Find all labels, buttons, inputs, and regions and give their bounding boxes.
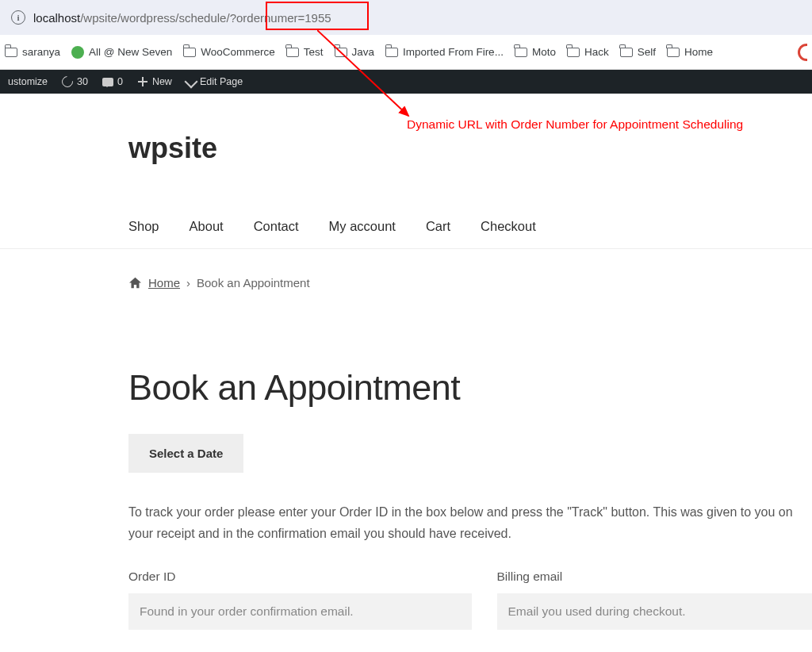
page-body: wpsite Shop About Contact My account Car…: [0, 94, 812, 652]
folder-icon: [620, 48, 633, 57]
admin-updates-link[interactable]: 30: [62, 76, 88, 87]
order-track-form: Order ID Billing email: [128, 570, 812, 630]
bookmark-item[interactable]: Imported From Fire...: [385, 46, 504, 58]
bookmark-item[interactable]: Self: [620, 46, 656, 58]
nav-shop[interactable]: Shop: [128, 205, 159, 248]
folder-icon: [515, 48, 527, 57]
folder-icon: [667, 48, 680, 57]
browser-url-bar[interactable]: i localhost/wpsite/wordpress/schedule/?o…: [0, 0, 812, 35]
folder-icon: [335, 48, 347, 57]
folder-icon: [183, 48, 196, 57]
folder-icon: [5, 48, 17, 57]
bookmark-item[interactable]: All @ New Seven: [71, 46, 172, 59]
bookmark-item[interactable]: Moto: [515, 46, 556, 58]
overflow-icon[interactable]: [798, 44, 807, 61]
bookmark-item[interactable]: saranya: [5, 46, 60, 58]
folder-icon: [286, 48, 299, 57]
pencil-icon: [184, 75, 197, 89]
admin-comments-link[interactable]: 0: [102, 76, 123, 87]
folder-icon: [567, 48, 580, 57]
nav-checkout[interactable]: Checkout: [481, 205, 536, 248]
admin-edit-page-link[interactable]: Edit Page: [186, 76, 243, 87]
page-title: Book an Appointment: [128, 367, 812, 408]
breadcrumb-home-link[interactable]: Home: [148, 276, 180, 290]
site-title[interactable]: wpsite: [128, 132, 812, 165]
select-date-button[interactable]: Select a Date: [128, 434, 243, 473]
url-text[interactable]: localhost/wpsite/wordpress/schedule/?ord…: [33, 11, 331, 25]
bookmark-item[interactable]: Home: [667, 46, 713, 58]
order-id-input[interactable]: [128, 593, 472, 630]
billing-email-label: Billing email: [497, 570, 812, 584]
bookmark-item[interactable]: Hack: [567, 46, 609, 58]
bookmark-item[interactable]: Test: [286, 46, 324, 58]
comment-icon: [102, 78, 113, 86]
billing-email-input[interactable]: [497, 593, 812, 630]
site-info-icon[interactable]: i: [11, 10, 25, 25]
bookmarks-bar: saranya All @ New Seven WooCommerce Test…: [0, 35, 812, 70]
bookmark-item[interactable]: WooCommerce: [183, 46, 275, 58]
breadcrumb-current: Book an Appointment: [197, 276, 310, 290]
nav-my-account[interactable]: My account: [329, 205, 396, 248]
track-intro-text: To track your order please enter your Or…: [128, 501, 802, 544]
nav-about[interactable]: About: [190, 205, 224, 248]
home-icon: [128, 277, 142, 289]
plus-icon: [137, 76, 148, 87]
nav-cart[interactable]: Cart: [426, 205, 450, 248]
wp-admin-bar: ustomize 30 0 New Edit Page: [0, 70, 812, 94]
site-favicon-icon: [71, 46, 84, 59]
admin-new-link[interactable]: New: [137, 76, 172, 87]
order-id-label: Order ID: [128, 570, 472, 584]
nav-contact[interactable]: Contact: [254, 205, 299, 248]
breadcrumb-separator: ›: [186, 276, 190, 290]
refresh-icon: [59, 74, 75, 90]
breadcrumb: Home › Book an Appointment: [128, 276, 812, 290]
folder-icon: [385, 48, 398, 57]
admin-customize-link[interactable]: ustomize: [8, 76, 48, 87]
main-nav: Shop About Contact My account Cart Check…: [0, 205, 812, 249]
bookmark-item[interactable]: Java: [335, 46, 375, 58]
